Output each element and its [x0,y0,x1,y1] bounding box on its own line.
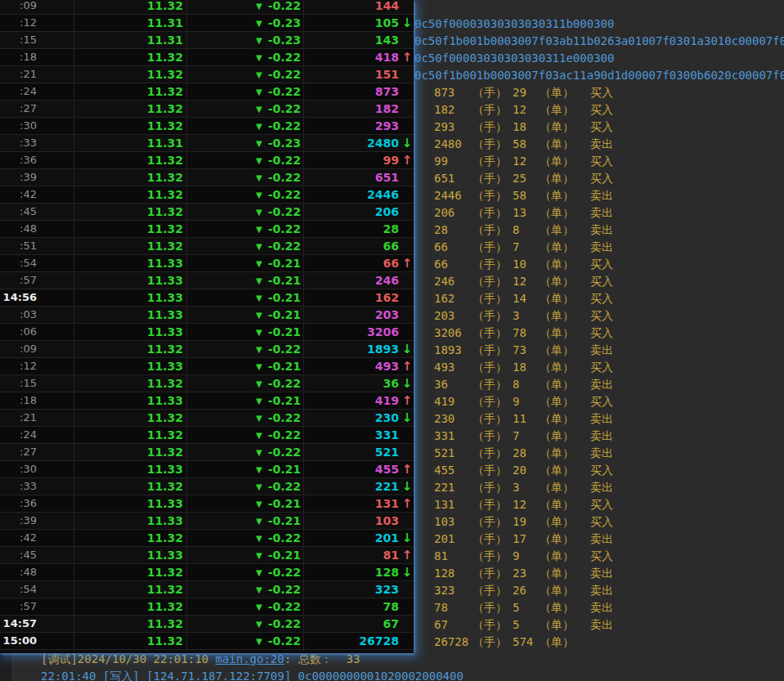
console-left-gutter [0,653,11,681]
tick-row[interactable]: :4811.32▼-0.2228 [0,221,414,238]
time-cell: :39 [0,169,74,187]
tick-row[interactable]: :2111.32▼-0.22230↓ [0,410,414,427]
volume-cell: 419↑ [303,392,414,410]
tick-row[interactable]: :5711.33▼-0.21246 [0,272,414,289]
tick-row[interactable]: :2711.32▼-0.22521 [0,444,414,461]
tick-row[interactable]: :4211.32▼-0.222446 [0,186,414,204]
change-cell: ▼-0.23 [186,32,303,50]
lots-label: （手） [473,307,513,325]
tick-row[interactable]: :1811.33▼-0.21419↑ [0,392,414,410]
trade-volume: 521 [434,445,473,462]
trade-order-count: 13 [513,204,540,222]
trade-order-count: 3 [513,479,540,496]
price-cell: 11.33 [74,358,186,376]
down-arrow-icon: ↓ [401,375,414,392]
orders-label: （单） [540,101,590,119]
tick-row[interactable]: :2411.32▼-0.22873 [0,83,414,101]
tick-row[interactable]: :2711.32▼-0.22182 [0,101,414,118]
up-arrow-icon: ↑ [401,461,414,477]
tick-row[interactable]: :5711.32▼-0.2278 [0,598,414,616]
tick-row[interactable]: 15:0011.32▼-0.2226728 [0,633,414,650]
time-cell: :21 [0,66,74,84]
tick-row[interactable]: :0911.32▼-0.221893↓ [0,341,414,358]
trade-volume: 651 [434,170,473,187]
tick-row[interactable]: :0911.32▼-0.22144 [0,0,414,15]
tick-row[interactable]: :4811.32▼-0.22128↓ [0,564,414,581]
trade-volume: 246 [434,273,473,290]
source-file-link[interactable]: main.go:20 [215,652,284,665]
tick-row[interactable]: :5411.33▼-0.2166↑ [0,255,414,272]
down-triangle-icon: ▼ [256,225,262,234]
change-cell: ▼-0.21 [186,461,303,479]
tick-row[interactable]: :3611.33▼-0.21131↑ [0,495,414,513]
trade-order-count: 28 [513,445,540,462]
trade-order-count: 25 [513,170,540,187]
time-cell: :15 [0,32,74,50]
tick-row[interactable]: :4511.33▼-0.2181↑ [0,547,414,564]
change-cell: ▼-0.22 [186,152,303,170]
tick-row[interactable]: :4211.32▼-0.22201↓ [0,530,414,547]
price-cell: 11.32 [74,118,186,136]
price-cell: 11.32 [74,101,186,119]
price-cell: 11.32 [74,478,186,496]
tick-row[interactable]: :3011.33▼-0.21455↑ [0,461,414,478]
tick-row[interactable]: :1211.33▼-0.21493↑ [0,358,414,375]
tick-row[interactable]: :1811.32▼-0.22418↑ [0,49,414,66]
time-cell: :18 [0,392,74,410]
lots-label: （手） [473,84,513,101]
orders-label: （单） [540,187,590,204]
trade-direction: 买入 [590,359,613,376]
down-arrow-icon: ↓ [401,478,414,495]
down-arrow-icon: ↓ [401,564,414,580]
orders-label: （单） [540,84,590,101]
volume-cell: 651 [303,169,414,187]
trade-direction: 卖出 [590,187,613,204]
trade-order-count: 9 [513,548,540,565]
down-arrow-icon: ↓ [401,135,414,151]
tick-row[interactable]: :0611.33▼-0.213206 [0,324,414,341]
change-cell: ▼-0.21 [186,392,303,410]
tick-row[interactable]: 14:5711.32▼-0.2267 [0,616,414,633]
lots-label: （手） [473,410,513,428]
orders-label: （单） [540,531,590,548]
lots-label: （手） [473,462,513,479]
volume-cell: 331 [303,427,414,445]
tick-row[interactable]: :3911.32▼-0.22651 [0,169,414,186]
tick-row[interactable]: :0311.33▼-0.21203 [0,307,414,324]
lots-label: （手） [473,170,513,187]
orders-label: （单） [540,479,590,496]
time-cell: :51 [0,238,74,256]
tick-row[interactable]: :1511.32▼-0.2236↓ [0,375,414,392]
tick-row[interactable]: :5111.32▼-0.2266 [0,238,414,255]
trade-order-count: 58 [513,187,540,204]
down-triangle-icon: ▼ [256,293,262,302]
time-cell: :54 [0,255,74,273]
tick-row[interactable]: :3311.31▼-0.232480↓ [0,135,414,152]
trade-direction: 买入 [590,393,613,410]
volume-cell: 1893↓ [303,341,414,359]
time-cell: :36 [0,152,74,170]
tick-row[interactable]: 14:5611.33▼-0.21162 [0,289,414,307]
down-triangle-icon: ▼ [256,500,262,509]
tick-row[interactable]: :5411.32▼-0.22323 [0,581,414,598]
orders-label: （单） [540,359,590,376]
tick-row[interactable]: :3611.32▼-0.2299↑ [0,152,414,169]
trade-volume: 128 [434,565,473,582]
volume-cell: 2480↓ [303,135,414,153]
change-cell: ▼-0.21 [186,324,303,342]
orders-label: （单） [540,393,590,410]
tick-row[interactable]: :3311.32▼-0.22221↓ [0,478,414,495]
time-cell: :21 [0,410,74,428]
price-cell: 11.32 [74,152,186,170]
tick-row[interactable]: :3011.32▼-0.22293 [0,118,414,135]
time-cell: :09 [0,0,74,16]
trade-direction: 买入 [590,153,613,170]
down-triangle-icon: ▼ [256,242,262,251]
tick-row[interactable]: :2411.32▼-0.22331 [0,427,414,444]
orders-label: （单） [540,119,590,136]
tick-row[interactable]: :4511.32▼-0.22206 [0,204,414,221]
tick-row[interactable]: :3911.33▼-0.21103 [0,513,414,530]
tick-row[interactable]: :1211.31▼-0.23105↓ [0,15,414,32]
tick-row[interactable]: :2111.32▼-0.22151 [0,66,414,83]
tick-row[interactable]: :1511.31▼-0.23143 [0,32,414,49]
